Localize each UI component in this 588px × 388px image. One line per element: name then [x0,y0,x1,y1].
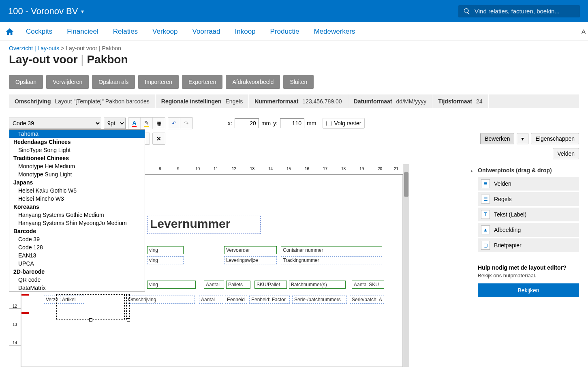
y-label: y: [273,120,278,126]
selection-frame-2[interactable] [126,294,130,320]
tool-briefpapier[interactable]: ▢Briefpapier [478,238,579,252]
field-box[interactable]: Trackingnummer [281,256,382,264]
font-option[interactable]: Code 128 [9,243,145,251]
fields-icon: ≣ [481,179,490,188]
font-option[interactable]: SinoType Song Light [9,146,145,154]
font-option[interactable]: Code 39 [9,235,145,243]
font-option[interactable]: Hanyang Systems Shin MyeongJo Medium [9,219,145,227]
help-view-button[interactable]: Bekijken [478,283,579,297]
home-icon [5,27,14,36]
font-option[interactable]: Monotype Hei Medium [9,162,145,170]
global-search[interactable]: Vind relaties, facturen, boekin... [458,5,580,17]
highlight-icon: ✎ [144,120,149,127]
save-as-button[interactable]: Opslaan als [92,75,135,89]
nav-voorraad[interactable]: Voorraad [187,28,226,36]
highlight-button[interactable]: ✎ [141,118,153,129]
search-icon [463,8,470,15]
size-select[interactable]: 9pt [104,118,126,129]
breadcrumb: Overzicht | Lay-outs > Lay-out voor | Pa… [9,45,579,51]
text-color-icon: A [132,120,136,127]
selection-frame[interactable] [56,294,125,320]
close-icon: ✕ [156,135,161,142]
field-box[interactable]: ving [147,281,196,289]
topbar: 100 - Voronov BV ▾ Vind relaties, factur… [0,0,588,22]
nav-productie[interactable]: Productie [265,28,305,36]
field-box[interactable]: Container nummer [281,246,382,254]
save-button[interactable]: Opslaan [9,75,43,89]
field-box[interactable]: ving [147,246,184,254]
company-switcher[interactable]: 100 - Voronov BV ▾ [8,6,84,17]
nav-relaties[interactable]: Relaties [107,28,143,36]
guide-mark [21,294,29,296]
x-label: x: [228,120,232,126]
tool-regels[interactable]: ☰Regels [478,192,579,206]
lines-icon: ☰ [481,195,490,204]
close-button[interactable]: Sluiten [283,75,314,89]
breadcrumb-link[interactable]: Overzicht | Lay-outs [9,45,59,51]
undo-button[interactable]: ↶ [168,118,180,129]
tools-title: Ontwerptools (drag & drop) [478,167,579,174]
resize-handle[interactable] [89,318,92,322]
home-link[interactable] [2,27,17,36]
font-select[interactable]: Code 39 [9,118,101,129]
delete-element-button[interactable]: ✕ [153,133,165,144]
delete-button[interactable]: Verwijderen [46,75,89,89]
undo-icon: ↶ [172,120,177,126]
nav-inkoop[interactable]: Inkoop [229,28,261,36]
help-box: Hulp nodig met de layout editor? Bekijk … [478,264,579,297]
main-nav: Cockpits Financieel Relaties Verkoop Voo… [0,22,588,41]
tool-tekst[interactable]: TTekst (Label) [478,208,579,221]
font-option[interactable]: UPCA [9,259,145,268]
field-box[interactable]: Leveringswijze [224,256,277,264]
field-box[interactable]: Aantal SKU [352,281,384,289]
nav-right-letter: A [582,28,586,35]
field-box[interactable]: Aantal [204,281,224,289]
right-panel: ▴ Ontwerptools (drag & drop) ≣Velden ☰Re… [470,108,579,367]
font-option[interactable]: Monotype Sung Light [9,170,145,178]
redo-icon: ↷ [184,120,189,126]
font-option[interactable]: Hanyang Systems Gothic Medium [9,211,145,219]
preview-button[interactable]: Afdrukvoorbeeld [226,75,280,89]
font-option[interactable]: Heisei Kaku Gothic W5 [9,186,145,195]
breadcrumb-tail: Lay-out voor | Pakbon [66,45,121,51]
font-dropdown[interactable]: Tahoma Hedendaags Chinees SinoType Song … [9,129,145,292]
text-icon: T [481,210,490,219]
font-option[interactable]: EAN13 [9,251,145,259]
export-button[interactable]: Exporteren [182,75,222,89]
x-input[interactable] [235,118,259,128]
nav-cockpits[interactable]: Cockpits [20,28,58,36]
follow-grid-toggle[interactable]: Volg raster [323,118,365,129]
field-box[interactable]: Vervoerder [224,246,277,254]
field-box[interactable]: SKU/Pallet [254,281,287,289]
search-placeholder: Vind relaties, facturen, boekin... [475,8,560,15]
nav-financieel[interactable]: Financieel [61,28,104,36]
field-box[interactable]: ving [147,256,184,264]
company-title: 100 - Voronov BV [8,6,78,17]
import-button[interactable]: Importeren [138,75,179,89]
canvas-scrollbar[interactable] [403,164,409,367]
field-levernummer[interactable]: Levernummer [147,216,261,234]
nav-verkoop[interactable]: Verkoop [147,28,183,36]
tool-afbeelding[interactable]: ▲Afbeelding [478,223,579,237]
scrollbar-thumb[interactable] [404,172,408,197]
stationery-icon: ▢ [481,241,490,250]
field-box[interactable]: Batchnummer(s) [289,281,346,289]
guide-mark [21,312,29,314]
text-color-button[interactable]: A [128,118,141,129]
font-option[interactable]: DataMatrix [9,284,145,292]
border-button[interactable]: ▦ [153,118,165,129]
field-box[interactable]: Pallets [226,281,250,289]
font-option-selected[interactable]: Tahoma [9,130,145,138]
font-option[interactable]: Heisei Mincho W3 [9,195,145,203]
font-option[interactable]: QR code [9,276,145,284]
tool-velden[interactable]: ≣Velden [478,177,579,191]
follow-grid-checkbox[interactable] [326,121,331,126]
nav-medewerkers[interactable]: Medewerkers [308,28,361,36]
image-icon: ▲ [481,225,490,234]
chevron-down-icon: ▾ [81,8,84,15]
resize-handle[interactable] [127,318,130,322]
collapse-icon[interactable]: ▴ [470,168,473,174]
border-icon: ▦ [156,120,162,126]
y-input[interactable] [280,118,304,128]
redo-button[interactable]: ↷ [180,118,192,129]
